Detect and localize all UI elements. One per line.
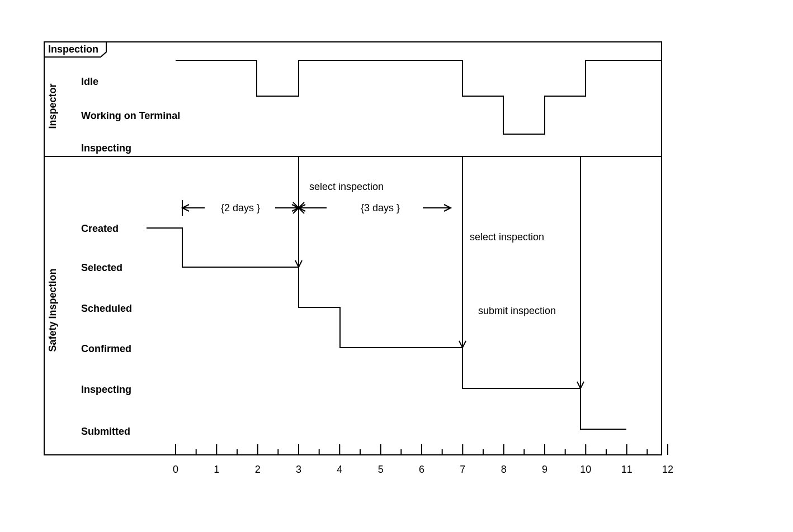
annotation-3days: {3 days }: [361, 202, 400, 213]
time-ruler: 0 1 2 3 4 5 6 7 8 9 10 11 12: [173, 444, 673, 475]
swimlane-label-safety: Safety Inspection: [47, 268, 58, 352]
annotation-submit: submit inspection: [478, 305, 556, 316]
safety-state-scheduled: Scheduled: [81, 303, 132, 314]
timing-diagram: Inspection Inspector Idle Working on Ter…: [0, 0, 793, 532]
annotation-select-top: select inspection: [309, 181, 384, 192]
tick-5: 5: [378, 464, 384, 475]
safety-state-confirmed: Confirmed: [81, 343, 131, 354]
tick-9: 9: [542, 464, 547, 475]
tick-3: 3: [296, 464, 301, 475]
swimlane-safety: Safety Inspection Created Selected Sched…: [47, 223, 626, 437]
tick-11: 11: [621, 464, 632, 475]
tick-4: 4: [337, 464, 342, 475]
safety-state-submitted: Submitted: [81, 426, 130, 437]
inspector-timeline: [176, 60, 662, 134]
tick-12: 12: [662, 464, 673, 475]
swimlane-label-inspector: Inspector: [47, 83, 58, 129]
safety-timeline: [147, 228, 626, 429]
annotation-select-right: select inspection: [470, 231, 544, 243]
inspector-state-working: Working on Terminal: [81, 110, 180, 121]
tick-1: 1: [214, 464, 219, 475]
title-tab: Inspection: [44, 42, 106, 57]
diagram-frame: [44, 42, 662, 455]
annotations: select inspection {2 days } {3 days }: [182, 156, 584, 388]
tick-8: 8: [501, 464, 507, 475]
tick-10: 10: [580, 464, 591, 475]
inspector-state-idle: Idle: [81, 76, 98, 87]
safety-state-inspecting: Inspecting: [81, 384, 131, 395]
swimlane-inspector: Inspector Idle Working on Terminal Inspe…: [47, 60, 662, 154]
tick-7: 7: [460, 464, 465, 475]
message-arrow-7: [459, 156, 466, 348]
tick-6: 6: [419, 464, 424, 475]
annotation-2days: {2 days }: [221, 202, 260, 213]
safety-state-created: Created: [81, 223, 119, 234]
message-arrow-10: [577, 156, 584, 388]
inspector-state-inspecting: Inspecting: [81, 142, 131, 154]
tick-2: 2: [255, 464, 261, 475]
safety-state-selected: Selected: [81, 262, 122, 273]
message-arrow-3: [295, 156, 302, 267]
diagram-title: Inspection: [48, 44, 98, 55]
tick-0: 0: [173, 464, 178, 475]
